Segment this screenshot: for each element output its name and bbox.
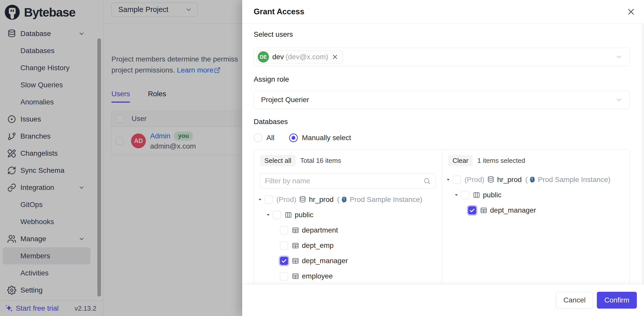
chip-avatar: DE <box>258 51 269 63</box>
role-select[interactable]: Project Querier <box>254 91 630 109</box>
checkbox[interactable] <box>265 196 273 204</box>
instance-label: Prod Sample Instance) <box>350 196 422 204</box>
node-label: dept_emp <box>302 241 334 250</box>
checkbox[interactable] <box>280 272 288 280</box>
environment-label: (Prod) <box>465 176 484 184</box>
tree-node-dept-manager[interactable]: dept_manager <box>442 203 629 218</box>
table-icon <box>292 242 299 249</box>
database-scope-radios: All Manually select <box>254 133 630 142</box>
confirm-button[interactable]: Confirm <box>597 292 637 309</box>
tree-node-hr-prod[interactable]: (Prod)hr_prod(Prod Sample Instance) <box>254 192 442 207</box>
modal-overlay <box>0 0 242 316</box>
checkbox-checked[interactable] <box>280 257 288 265</box>
radio-manually-select-circle[interactable] <box>289 133 298 142</box>
instance-label: Prod Sample Instance) <box>538 176 611 184</box>
database-transfer: Select all Total 16 items (Prod)hr_prod(… <box>254 149 630 284</box>
instance-paren: ( <box>525 176 527 184</box>
schema-icon <box>285 211 292 219</box>
postgresql-icon <box>529 176 536 183</box>
instance-paren: ( <box>337 196 339 204</box>
dialog-body: Select users DE dev (dev@x.com) Assign r… <box>242 24 644 284</box>
node-label: employee <box>302 272 333 280</box>
selected-count-label: 1 items selected <box>477 157 525 165</box>
databases-label: Databases <box>254 118 630 126</box>
chevron-down-icon[interactable] <box>615 53 623 61</box>
environment-label: (Prod) <box>276 196 296 204</box>
chip-user-name: dev <box>272 53 284 61</box>
select-users-input[interactable]: DE dev (dev@x.com) <box>254 48 630 66</box>
radio-manually-select[interactable]: Manually select <box>289 133 351 142</box>
total-items-label: Total 16 items <box>300 157 341 165</box>
filter-input-wrapper <box>260 173 436 189</box>
node-label: hr_prod <box>497 176 522 184</box>
tree-node-employee[interactable]: employee <box>254 269 442 284</box>
node-label: dept_manager <box>490 206 536 214</box>
expand-arrow-icon[interactable] <box>454 192 459 198</box>
expand-arrow-icon[interactable] <box>257 197 263 202</box>
radio-all[interactable]: All <box>254 133 274 142</box>
checkbox-checked[interactable] <box>468 206 476 214</box>
target-panel: Clear 1 items selected (Prod)hr_prod(Pro… <box>442 149 629 284</box>
table-icon <box>292 272 299 280</box>
table-icon <box>292 226 299 234</box>
node-label: public <box>295 211 313 219</box>
select-users-label: Select users <box>254 30 630 39</box>
checkbox[interactable] <box>453 176 461 184</box>
expand-arrow-icon[interactable] <box>266 212 271 217</box>
checkbox[interactable] <box>461 191 469 199</box>
node-label: dept_manager <box>302 257 348 265</box>
grant-access-dialog: Grant Access Select users DE dev (dev@x.… <box>242 0 644 316</box>
chevron-down-icon <box>615 96 623 104</box>
source-tree: (Prod)hr_prod(Prod Sample Instance)publi… <box>254 192 442 284</box>
source-panel: Select all Total 16 items (Prod)hr_prod(… <box>254 149 442 284</box>
node-label: public <box>483 191 501 199</box>
target-tree: (Prod)hr_prod(Prod Sample Instance)publi… <box>442 172 629 218</box>
node-label: hr_prod <box>309 196 334 204</box>
remove-user-icon[interactable] <box>331 53 339 60</box>
postgresql-icon <box>341 196 348 203</box>
tree-node-hr-prod[interactable]: (Prod)hr_prod(Prod Sample Instance) <box>442 172 629 187</box>
selected-user-chip[interactable]: DE dev (dev@x.com) <box>256 50 343 64</box>
tree-node-public[interactable]: public <box>254 207 442 223</box>
chip-user-email: (dev@x.com) <box>286 53 328 61</box>
source-panel-header: Select all Total 16 items <box>260 155 436 166</box>
checkbox[interactable] <box>280 241 288 250</box>
role-select-value: Project Querier <box>261 96 309 104</box>
assign-role-label: Assign role <box>254 75 630 83</box>
tree-node-dept-emp[interactable]: dept_emp <box>254 238 442 253</box>
dialog-scrollbar[interactable] <box>642 24 644 284</box>
table-icon <box>480 206 487 214</box>
search-icon <box>423 177 431 185</box>
tree-node-public[interactable]: public <box>442 187 629 203</box>
tree-node-department[interactable]: department <box>254 223 442 238</box>
checkbox[interactable] <box>280 226 288 234</box>
database-icon <box>487 176 495 184</box>
select-all-button[interactable]: Select all <box>260 155 296 166</box>
close-icon[interactable] <box>626 7 636 17</box>
dialog-title: Grant Access <box>254 7 304 16</box>
node-label: department <box>302 226 338 234</box>
cancel-button[interactable]: Cancel <box>556 292 593 309</box>
clear-button[interactable]: Clear <box>448 155 473 166</box>
filter-input[interactable] <box>265 177 423 185</box>
dialog-header: Grant Access <box>242 0 644 24</box>
database-icon <box>299 196 306 203</box>
schema-icon <box>473 191 480 199</box>
expand-arrow-icon[interactable] <box>446 177 451 182</box>
dialog-footer: Cancel Confirm <box>242 284 644 316</box>
tree-node-dept-manager[interactable]: dept_manager <box>254 253 442 269</box>
table-icon <box>292 257 299 265</box>
radio-all-circle[interactable] <box>254 133 262 142</box>
checkbox[interactable] <box>273 211 281 219</box>
target-panel-header: Clear 1 items selected <box>448 155 623 166</box>
